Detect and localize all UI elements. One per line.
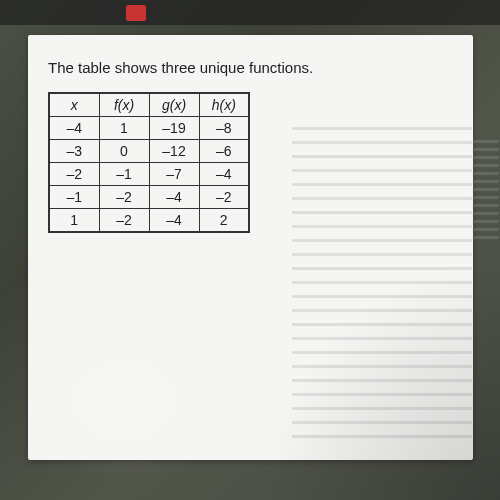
cell-g: –19 (149, 117, 199, 140)
col-header-x: x (49, 93, 99, 117)
cell-x: –3 (49, 140, 99, 163)
cell-h: –4 (199, 163, 249, 186)
cell-x: 1 (49, 209, 99, 233)
cell-f: 0 (99, 140, 149, 163)
col-header-f: f(x) (99, 93, 149, 117)
table-row: –3 0 –12 –6 (49, 140, 249, 163)
cell-g: –4 (149, 209, 199, 233)
col-header-g: g(x) (149, 93, 199, 117)
table-header-row: x f(x) g(x) h(x) (49, 93, 249, 117)
table-row: –4 1 –19 –8 (49, 117, 249, 140)
cell-f: –1 (99, 163, 149, 186)
cell-x: –4 (49, 117, 99, 140)
table-row: 1 –2 –4 2 (49, 209, 249, 233)
cell-g: –4 (149, 186, 199, 209)
cell-g: –12 (149, 140, 199, 163)
cell-f: –2 (99, 186, 149, 209)
cell-h: –8 (199, 117, 249, 140)
cell-x: –1 (49, 186, 99, 209)
toolbar (0, 0, 500, 25)
toolbar-button-dark[interactable] (100, 5, 120, 21)
cell-h: 2 (199, 209, 249, 233)
cell-h: –2 (199, 186, 249, 209)
toolbar-button-close[interactable] (126, 5, 146, 21)
cell-h: –6 (199, 140, 249, 163)
cell-g: –7 (149, 163, 199, 186)
document-page: The table shows three unique functions. … (28, 35, 473, 460)
cell-f: –2 (99, 209, 149, 233)
col-header-h: h(x) (199, 93, 249, 117)
page-title: The table shows three unique functions. (48, 59, 453, 76)
table-row: –1 –2 –4 –2 (49, 186, 249, 209)
cell-f: 1 (99, 117, 149, 140)
table-row: –2 –1 –7 –4 (49, 163, 249, 186)
functions-table: x f(x) g(x) h(x) –4 1 –19 –8 –3 0 –12 –6… (48, 92, 250, 233)
cell-x: –2 (49, 163, 99, 186)
